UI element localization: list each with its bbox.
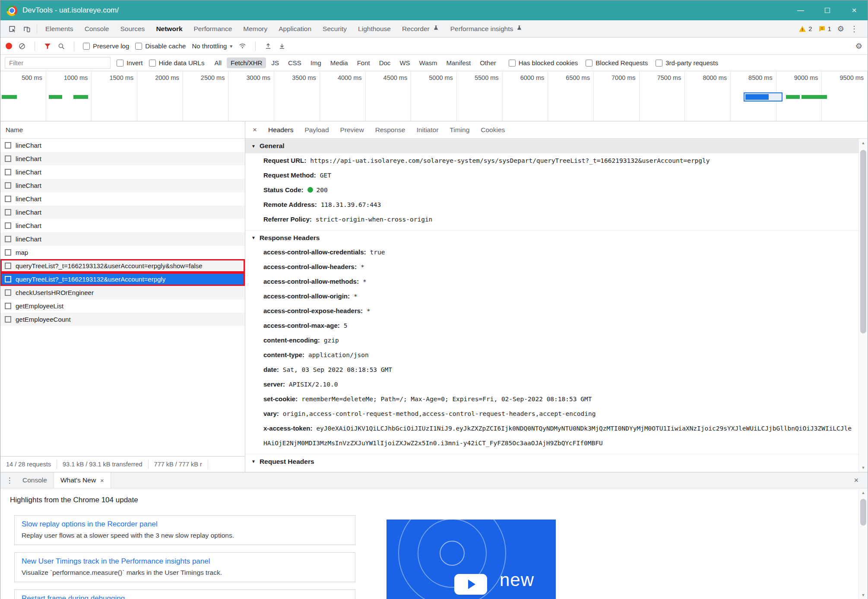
detail-tab-timing[interactable]: Timing: [444, 121, 475, 138]
close-window-button[interactable]: ×: [841, 0, 868, 20]
tab-elements[interactable]: Elements: [40, 20, 79, 37]
more-options-icon[interactable]: ⋮: [850, 25, 858, 33]
general-section-header[interactable]: ▼ General: [245, 139, 858, 153]
checkbox[interactable]: [83, 43, 90, 50]
request-headers-section-header[interactable]: ▼ Request Headers: [245, 454, 858, 469]
request-row[interactable]: queryTreeList?_t=1662193132&userAccount=…: [0, 259, 245, 273]
minimize-button[interactable]: —: [787, 0, 814, 20]
device-toolbar-icon[interactable]: [19, 22, 34, 36]
filter-type-media[interactable]: Media: [326, 57, 352, 68]
scroll-down-arrow[interactable]: ▼: [859, 591, 868, 599]
import-har-icon[interactable]: [264, 42, 272, 50]
scrollbar-thumb[interactable]: [860, 499, 866, 526]
warnings-badge[interactable]: 2: [798, 25, 812, 33]
request-row[interactable]: lineChart: [0, 165, 245, 179]
filter-type-all[interactable]: All: [210, 57, 225, 68]
filter-type-doc[interactable]: Doc: [375, 57, 395, 68]
filter-funnel-icon[interactable]: [44, 42, 51, 50]
whats-new-link[interactable]: Slow replay options in the Recorder pane…: [22, 520, 348, 529]
tab-security[interactable]: Security: [317, 20, 352, 37]
request-row[interactable]: getEmployeeCount: [0, 313, 245, 326]
request-row[interactable]: lineChart: [0, 179, 245, 192]
video-thumbnail[interactable]: new: [386, 520, 556, 599]
request-row[interactable]: lineChart: [0, 152, 245, 165]
whats-new-link[interactable]: Restart frame during debugging: [22, 594, 348, 599]
overview-timeline[interactable]: 500 ms1000 ms1500 ms2000 ms2500 ms3000 m…: [0, 71, 868, 121]
name-column-header[interactable]: Name: [0, 121, 245, 139]
tab-performance[interactable]: Performance: [188, 20, 238, 37]
filter-type-wasm[interactable]: Wasm: [415, 57, 441, 68]
detail-scrollbar[interactable]: ▲ ▼: [858, 139, 868, 472]
filter-type-manifest[interactable]: Manifest: [443, 57, 475, 68]
filter-checkbox-3rd-party-requests[interactable]: 3rd-party requests: [656, 59, 718, 67]
scrollbar-thumb[interactable]: [860, 150, 866, 333]
tab-lighthouse[interactable]: Lighthouse: [352, 20, 396, 37]
invert-checkbox[interactable]: Invert: [117, 59, 143, 67]
preserve-log-checkbox[interactable]: Preserve log: [83, 42, 129, 50]
request-row[interactable]: checkUserIsHROrEngineer: [0, 286, 245, 299]
detail-tab-headers[interactable]: Headers: [263, 121, 299, 138]
detail-tab-initiator[interactable]: Initiator: [411, 121, 444, 138]
export-har-icon[interactable]: [278, 42, 286, 50]
request-row[interactable]: getEmployeeList: [0, 299, 245, 313]
checkbox[interactable]: [656, 60, 662, 67]
checkbox[interactable]: [509, 60, 516, 67]
request-row[interactable]: lineChart: [0, 139, 245, 152]
scroll-up-arrow[interactable]: ▲: [859, 488, 868, 497]
detail-tab-payload[interactable]: Payload: [299, 121, 335, 138]
checkbox[interactable]: [586, 60, 592, 67]
checkbox[interactable]: [117, 60, 124, 67]
drawer-tab-console[interactable]: Console: [16, 472, 54, 488]
tab-network[interactable]: Network: [150, 20, 188, 37]
scroll-up-arrow[interactable]: ▲: [859, 139, 868, 147]
request-row[interactable]: queryTreeList?_t=1662193132&userAccount=…: [0, 273, 245, 286]
whats-new-link[interactable]: New User Timings track in the Performanc…: [22, 557, 348, 566]
filter-type-img[interactable]: Img: [307, 57, 325, 68]
issues-badge[interactable]: 1: [818, 25, 831, 32]
maximize-button[interactable]: ☐: [814, 0, 841, 20]
checkbox[interactable]: [135, 43, 142, 50]
tab-memory[interactable]: Memory: [238, 20, 273, 37]
settings-gear-icon[interactable]: ⚙: [837, 25, 844, 33]
request-row[interactable]: map: [0, 246, 245, 259]
filter-checkbox-blocked-requests[interactable]: Blocked Requests: [586, 59, 648, 67]
close-drawer-icon[interactable]: ×: [847, 476, 865, 485]
filter-checkbox-has-blocked-cookies[interactable]: Has blocked cookies: [509, 59, 578, 67]
response-headers-section-header[interactable]: ▼ Response Headers: [245, 230, 858, 245]
request-row[interactable]: lineChart: [0, 192, 245, 206]
filter-type-fetch-xhr[interactable]: Fetch/XHR: [227, 57, 266, 68]
tab-recorder[interactable]: Recorder: [396, 20, 445, 37]
tab-console[interactable]: Console: [79, 20, 115, 37]
scroll-down-arrow[interactable]: ▼: [859, 463, 868, 472]
close-tab-icon[interactable]: ×: [100, 477, 104, 484]
search-icon[interactable]: [57, 42, 65, 50]
close-detail-icon[interactable]: ×: [247, 126, 263, 134]
drawer-menu-icon[interactable]: ⋮: [3, 476, 16, 485]
detail-tab-response[interactable]: Response: [370, 121, 411, 138]
inspect-element-icon[interactable]: [5, 22, 19, 36]
request-row[interactable]: lineChart: [0, 219, 245, 232]
tab-application[interactable]: Application: [273, 20, 317, 37]
disable-cache-checkbox[interactable]: Disable cache: [135, 42, 186, 50]
request-row[interactable]: lineChart: [0, 206, 245, 219]
tab-performance-insights[interactable]: Performance insights: [445, 20, 529, 37]
detail-tab-preview[interactable]: Preview: [335, 121, 370, 138]
play-button-icon[interactable]: [454, 574, 487, 595]
clear-icon[interactable]: [18, 42, 26, 50]
hide-data-urls-checkbox[interactable]: Hide data URLs: [149, 59, 205, 67]
filter-input[interactable]: [5, 57, 111, 69]
filter-type-js[interactable]: JS: [267, 57, 283, 68]
throttling-dropdown[interactable]: No throttling ▾: [192, 42, 232, 50]
filter-type-other[interactable]: Other: [476, 57, 500, 68]
network-conditions-icon[interactable]: [238, 42, 247, 50]
filter-type-ws[interactable]: WS: [396, 57, 414, 68]
request-row[interactable]: lineChart: [0, 232, 245, 246]
drawer-tab-whats-new[interactable]: What's New ×: [54, 472, 111, 488]
tab-sources[interactable]: Sources: [115, 20, 151, 37]
checkbox[interactable]: [149, 60, 156, 67]
filter-type-font[interactable]: Font: [353, 57, 374, 68]
record-button[interactable]: [6, 43, 12, 49]
detail-tab-cookies[interactable]: Cookies: [475, 121, 510, 138]
network-settings-gear-icon[interactable]: ⚙: [855, 42, 862, 50]
drawer-scrollbar[interactable]: ▲ ▼: [858, 488, 868, 599]
